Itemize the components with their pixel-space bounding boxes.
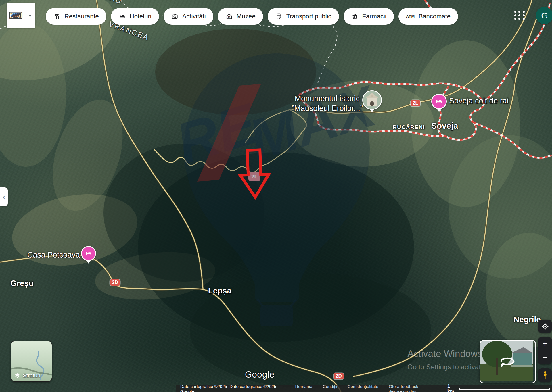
museum-icon: M — [225, 13, 233, 20]
village-label-gresu[interactable]: Greșu — [10, 279, 34, 288]
google-apps-grid-icon[interactable] — [514, 10, 525, 21]
collapse-side-panel-button[interactable]: ‹ — [0, 187, 8, 206]
lodging-pin-soveja-colt[interactable] — [431, 94, 447, 112]
map-vector-layer[interactable]: 2L RE MAX — [0, 0, 552, 392]
poi-label-casa-potcoava[interactable]: Casa Potcoava — [27, 251, 80, 260]
mausoleum-photo — [363, 91, 381, 109]
pegman-icon — [542, 371, 549, 380]
town-label-soveja[interactable]: Soveja — [431, 121, 458, 131]
pharmacy-icon — [351, 13, 359, 20]
pegman-button[interactable] — [538, 368, 552, 382]
zoom-out-button[interactable]: − — [538, 351, 552, 365]
camera-icon — [171, 13, 179, 20]
filter-hotels[interactable]: Hoteluri — [111, 8, 159, 25]
village-label-rucareni[interactable]: RUCĂRENI — [393, 124, 425, 130]
keyboard-icon: ⌨ — [7, 10, 25, 21]
map-data-attribution: Date cartografice ©2025 ,Date cartografi… — [180, 384, 279, 392]
layers-label: Straturi — [23, 372, 40, 379]
zoom-control: + − — [538, 337, 552, 364]
maps-app-window: 2L RE MAX BACĂU VRANCEA Monumentul istor… — [0, 0, 552, 392]
link-feedback[interactable]: Oferă feedback despre produs — [389, 384, 430, 392]
chevron-down-icon[interactable]: ▾ — [25, 13, 35, 18]
category-filter-bar: Restaurante Hoteluri Activități M — [46, 8, 458, 25]
bed-icon — [118, 13, 126, 20]
street-view-preview[interactable] — [480, 340, 536, 383]
link-privacy[interactable]: Confidențialitate — [348, 384, 379, 392]
scale-bar — [459, 388, 550, 390]
atm-icon: ATM — [406, 14, 415, 19]
filter-activities[interactable]: Activități — [164, 8, 213, 25]
layers-control[interactable]: Straturi — [11, 341, 52, 382]
village-label-negrile[interactable]: Negrile — [513, 315, 541, 324]
filter-restaurants[interactable]: Restaurante — [46, 8, 106, 25]
my-location-button[interactable] — [538, 320, 552, 333]
link-romania[interactable]: România — [295, 384, 313, 392]
attribution-bar: Date cartografice ©2025 ,Date cartografi… — [176, 385, 552, 392]
street-view-photo — [480, 341, 533, 381]
poi-label-mausoleum[interactable]: Monumentul istoric ”Mausoleul Eroilor...… — [290, 94, 365, 113]
road-badge-2d-west: 2D — [110, 279, 120, 286]
input-method-selector[interactable]: ⌨ ▾ — [7, 3, 35, 28]
filter-museums[interactable]: M Muzee — [218, 8, 263, 25]
my-location-icon — [541, 323, 549, 330]
bed-icon — [435, 97, 443, 105]
account-avatar[interactable]: G — [536, 7, 552, 24]
zoom-in-button[interactable]: + — [538, 337, 552, 351]
utensils-icon — [53, 13, 61, 20]
lodging-pin-casa-potcoava[interactable] — [81, 246, 96, 264]
filter-transit[interactable]: Transport public — [268, 8, 339, 25]
svg-text:M: M — [228, 16, 230, 18]
google-watermark: Google — [245, 370, 275, 380]
filter-atms[interactable]: ATM Bancomate — [398, 8, 458, 25]
road-badge-2l: 2L — [411, 100, 420, 106]
road-badge-2d-south: 2D — [334, 373, 344, 379]
scale-label: 1 km — [447, 384, 457, 392]
poi-label-soveja-colt[interactable]: Soveja colt de rai — [449, 97, 509, 105]
layers-icon — [14, 372, 20, 379]
mausoleum-photo-pin[interactable] — [362, 90, 382, 112]
transit-icon — [275, 13, 283, 20]
bed-icon — [85, 250, 92, 257]
link-terms[interactable]: Condiții — [323, 384, 337, 392]
filter-pharmacies[interactable]: Farmacii — [344, 8, 394, 25]
village-label-lepsa[interactable]: Lepșa — [208, 286, 231, 295]
